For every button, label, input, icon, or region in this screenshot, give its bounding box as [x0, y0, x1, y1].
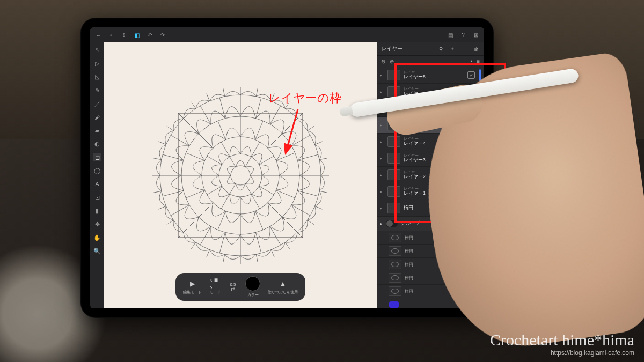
svg-line-37	[268, 134, 282, 148]
shape-thumbnail	[389, 246, 401, 256]
fill-toggle[interactable]: ▲ 塗りつぶしを使用	[268, 279, 298, 295]
layer-thumbnail	[387, 153, 400, 164]
layer-thumbnail	[387, 86, 400, 97]
mode-switch[interactable]: ‹ ■ › モード	[209, 279, 221, 295]
svg-line-74	[191, 242, 195, 249]
layer-options-icon[interactable]: ⋯	[460, 45, 468, 53]
svg-line-33	[199, 134, 213, 148]
disclosure-triangle-icon[interactable]: ▸	[380, 173, 384, 178]
canvas-area[interactable]: ▶ 編集モード ‹ ■ › モード 0.5pt	[104, 42, 377, 308]
lock-icon[interactable]: ⭑	[470, 58, 472, 64]
svg-line-66	[308, 220, 314, 224]
search-icon[interactable]: ⚲	[437, 45, 444, 53]
svg-line-65	[315, 206, 323, 209]
svg-line-69	[271, 250, 274, 257]
document-icon[interactable]: ▫	[107, 31, 115, 39]
layers-panel-subheader: ⊖ ⊕ ⭑ ≡	[377, 56, 484, 67]
layer-thumbnail	[387, 203, 400, 213]
view-tool-icon[interactable]: ✋	[93, 233, 101, 242]
crop-tool-icon[interactable]: ⊡	[93, 193, 101, 202]
svg-line-80	[153, 158, 162, 160]
svg-line-61	[291, 135, 310, 146]
gradient-tool-icon[interactable]: ▮	[93, 206, 101, 215]
svg-line-43	[270, 226, 281, 245]
layer-thumbnail	[387, 70, 400, 80]
svg-line-7	[230, 184, 236, 194]
shape-thumbnail	[389, 286, 401, 296]
layers-panel-header: レイヤー ⚲ ＋ ⋯ 🗑	[377, 42, 484, 56]
brush-tool-icon[interactable]: 🖌	[93, 113, 101, 121]
disclosure-triangle-icon[interactable]: ▸	[380, 123, 384, 128]
mandala-artwork	[152, 87, 329, 264]
move-tool-icon[interactable]: ↖	[93, 46, 101, 54]
studio-toggle-icon[interactable]: ▤	[447, 31, 454, 39]
delete-layer-icon[interactable]: 🗑	[472, 45, 480, 53]
svg-line-73	[207, 250, 210, 257]
add-layer-icon[interactable]: ＋	[449, 45, 456, 53]
watermark-title: Crochetart hime*hima	[490, 331, 634, 349]
svg-line-59	[270, 106, 281, 124]
layer-row[interactable]: ▸レイヤーレイヤー8✓	[377, 67, 484, 84]
disclosure-triangle-icon[interactable]: ▸	[380, 156, 384, 161]
brush-color-chip[interactable]	[389, 301, 399, 308]
opacity-icon[interactable]: ⊖	[381, 58, 385, 64]
svg-line-83	[178, 113, 184, 119]
svg-line-6	[245, 184, 251, 194]
photo-scene: ← ▫ ⇪ ◧ ↶ ↷ ▤ ? ⊞ ↖ ▷ ◺ ✎ ／ 🖌	[0, 0, 644, 362]
svg-line-67	[297, 232, 303, 238]
color-picker-tool-icon[interactable]: ✥	[93, 220, 101, 228]
app-screen: ← ▫ ⇪ ◧ ↶ ↷ ▤ ? ⊞ ↖ ▷ ◺ ✎ ／ 🖌	[90, 27, 484, 308]
export-icon[interactable]: ⇪	[120, 31, 128, 39]
ellipse-tool-icon[interactable]: ◯	[93, 166, 101, 175]
svg-line-94	[319, 158, 327, 160]
svg-line-48	[184, 217, 199, 232]
svg-line-54	[184, 119, 199, 134]
zoom-tool-icon[interactable]: 🔍	[93, 247, 101, 255]
svg-point-0	[231, 166, 250, 185]
disclosure-triangle-icon[interactable]: ▸	[380, 221, 383, 226]
watermark-url: https://blog.kagiami-cafe.com	[490, 349, 634, 357]
svg-line-60	[282, 119, 297, 134]
corner-tool-icon[interactable]: ◺	[93, 72, 101, 81]
disclosure-triangle-icon[interactable]: ▸	[380, 189, 384, 194]
menu-icon[interactable]: ≡	[477, 58, 480, 64]
fill-tool-icon[interactable]: ▰	[93, 126, 101, 135]
disclosure-triangle-icon[interactable]: ▸	[380, 206, 384, 211]
disclosure-triangle-icon[interactable]: ▸	[380, 73, 384, 78]
layer-thumbnail	[387, 169, 400, 180]
help-icon[interactable]: ?	[459, 31, 467, 39]
undo-icon[interactable]: ↶	[146, 31, 153, 39]
group-toggle[interactable]	[386, 220, 398, 227]
stroke-width-control[interactable]: 0.5pt	[228, 282, 238, 292]
svg-line-86	[223, 88, 225, 97]
layer-thumbnail	[387, 136, 400, 147]
disclosure-triangle-icon[interactable]: ▸	[380, 90, 384, 94]
svg-line-47	[200, 226, 211, 245]
svg-line-41	[291, 205, 310, 216]
color-well[interactable]: カラー	[245, 276, 260, 298]
svg-line-78	[153, 191, 162, 193]
shape-thumbnail	[389, 233, 401, 242]
pen-tool-icon[interactable]: ✎	[93, 86, 101, 94]
redo-icon[interactable]: ↷	[159, 31, 166, 39]
svg-line-81	[159, 142, 166, 145]
transparency-tool-icon[interactable]: ◐	[93, 139, 101, 148]
artistic-text-tool-icon[interactable]: A	[93, 180, 101, 188]
edit-mode-button[interactable]: ▶ 編集モード	[183, 279, 202, 295]
tool-column: ↖ ▷ ◺ ✎ ／ 🖌 ▰ ◐ ◻ ◯ A ⊡ ▮ ✥ ✋ 🔍	[90, 42, 104, 308]
shape-tool-icon[interactable]: ◻	[93, 153, 101, 161]
pencil-tool-icon[interactable]: ／	[93, 99, 101, 108]
color-circle-icon	[245, 276, 260, 291]
node-tool-icon[interactable]: ▷	[93, 59, 101, 68]
canvas[interactable]	[104, 42, 377, 308]
svg-line-42	[282, 217, 297, 232]
disclosure-triangle-icon[interactable]: ▸	[380, 139, 384, 144]
persona-icon[interactable]: ◧	[133, 31, 141, 39]
layer-name-label: レイヤー8	[404, 75, 464, 79]
main-row: ↖ ▷ ◺ ✎ ／ 🖌 ▰ ◐ ◻ ◯ A ⊡ ▮ ✥ ✋ 🔍	[90, 42, 484, 308]
preferences-icon[interactable]: ⊞	[472, 31, 480, 39]
blend-icon[interactable]: ⊕	[390, 58, 394, 64]
back-icon[interactable]: ←	[94, 31, 102, 39]
visibility-checkbox[interactable]: ✓	[467, 71, 475, 79]
bucket-icon: ▲	[278, 279, 288, 289]
